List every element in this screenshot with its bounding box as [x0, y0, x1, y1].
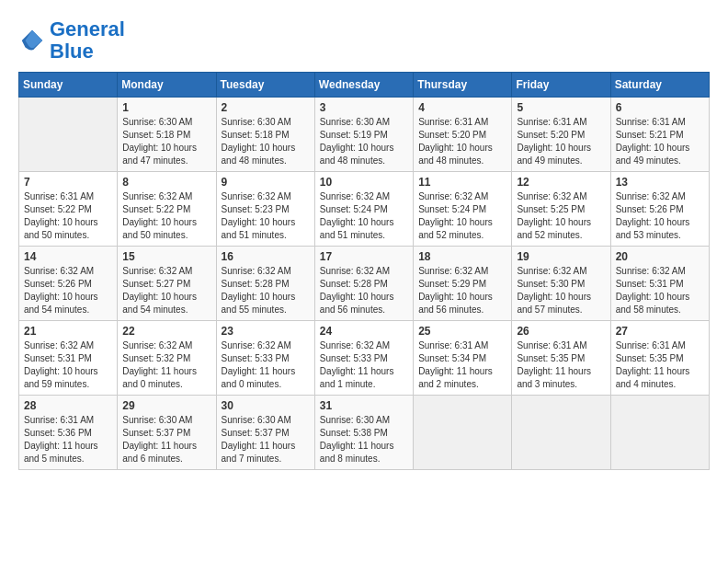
day-number: 10: [320, 176, 408, 189]
logo-icon: [18, 27, 46, 54]
day-info: Sunrise: 6:31 AM Sunset: 5:20 PM Dayligh…: [418, 116, 506, 167]
calendar-cell: 21 Sunrise: 6:32 AM Sunset: 5:31 PM Dayl…: [19, 321, 118, 396]
calendar-week-2: 7 Sunrise: 6:31 AM Sunset: 5:22 PM Dayli…: [19, 172, 710, 247]
calendar-cell: [414, 396, 512, 470]
weekday-header-friday: Friday: [512, 73, 610, 98]
day-info: Sunrise: 6:32 AM Sunset: 5:31 PM Dayligh…: [616, 265, 704, 316]
calendar-cell: 8 Sunrise: 6:32 AM Sunset: 5:22 PM Dayli…: [118, 172, 216, 247]
calendar-cell: 2 Sunrise: 6:30 AM Sunset: 5:18 PM Dayli…: [216, 98, 314, 172]
day-number: 2: [222, 101, 310, 114]
calendar-cell: [512, 396, 610, 470]
calendar-week-1: 1 Sunrise: 6:30 AM Sunset: 5:18 PM Dayli…: [19, 98, 710, 172]
calendar-cell: [19, 98, 118, 172]
day-number: 5: [517, 101, 605, 114]
day-number: 30: [222, 399, 310, 412]
day-info: Sunrise: 6:31 AM Sunset: 5:36 PM Dayligh…: [24, 414, 112, 465]
calendar-cell: 16 Sunrise: 6:32 AM Sunset: 5:28 PM Dayl…: [216, 247, 314, 321]
day-info: Sunrise: 6:32 AM Sunset: 5:27 PM Dayligh…: [122, 265, 210, 316]
calendar-cell: 18 Sunrise: 6:32 AM Sunset: 5:29 PM Dayl…: [414, 247, 512, 321]
day-info: Sunrise: 6:31 AM Sunset: 5:22 PM Dayligh…: [24, 190, 112, 242]
day-info: Sunrise: 6:32 AM Sunset: 5:29 PM Dayligh…: [418, 265, 506, 316]
day-info: Sunrise: 6:32 AM Sunset: 5:33 PM Dayligh…: [222, 339, 310, 391]
day-number: 12: [517, 176, 605, 189]
day-number: 8: [122, 176, 210, 189]
day-number: 14: [24, 250, 112, 263]
calendar-cell: 19 Sunrise: 6:32 AM Sunset: 5:30 PM Dayl…: [512, 247, 610, 321]
day-info: Sunrise: 6:30 AM Sunset: 5:38 PM Dayligh…: [320, 414, 408, 465]
calendar-cell: 29 Sunrise: 6:30 AM Sunset: 5:37 PM Dayl…: [118, 396, 216, 470]
day-info: Sunrise: 6:30 AM Sunset: 5:37 PM Dayligh…: [222, 414, 310, 465]
calendar-week-3: 14 Sunrise: 6:32 AM Sunset: 5:26 PM Dayl…: [19, 247, 710, 321]
day-info: Sunrise: 6:30 AM Sunset: 5:19 PM Dayligh…: [320, 116, 408, 167]
day-info: Sunrise: 6:32 AM Sunset: 5:24 PM Dayligh…: [320, 190, 408, 242]
day-number: 20: [616, 250, 704, 263]
day-number: 3: [320, 101, 408, 114]
day-info: Sunrise: 6:32 AM Sunset: 5:33 PM Dayligh…: [320, 339, 408, 391]
day-number: 21: [24, 325, 112, 338]
day-number: 31: [320, 399, 408, 412]
calendar-cell: 30 Sunrise: 6:30 AM Sunset: 5:37 PM Dayl…: [216, 396, 314, 470]
calendar-week-5: 28 Sunrise: 6:31 AM Sunset: 5:36 PM Dayl…: [19, 396, 710, 470]
weekday-header-sunday: Sunday: [19, 73, 118, 98]
calendar-cell: 27 Sunrise: 6:31 AM Sunset: 5:35 PM Dayl…: [610, 321, 709, 396]
day-info: Sunrise: 6:32 AM Sunset: 5:30 PM Dayligh…: [517, 265, 605, 316]
day-number: 23: [222, 325, 310, 338]
calendar-cell: 11 Sunrise: 6:32 AM Sunset: 5:24 PM Dayl…: [414, 172, 512, 247]
day-info: Sunrise: 6:32 AM Sunset: 5:32 PM Dayligh…: [122, 339, 210, 391]
day-info: Sunrise: 6:30 AM Sunset: 5:37 PM Dayligh…: [122, 414, 210, 465]
day-info: Sunrise: 6:32 AM Sunset: 5:28 PM Dayligh…: [222, 265, 310, 316]
calendar-cell: 28 Sunrise: 6:31 AM Sunset: 5:36 PM Dayl…: [19, 396, 118, 470]
day-info: Sunrise: 6:31 AM Sunset: 5:34 PM Dayligh…: [418, 339, 506, 391]
day-number: 15: [122, 250, 210, 263]
calendar-cell: 4 Sunrise: 6:31 AM Sunset: 5:20 PM Dayli…: [414, 98, 512, 172]
calendar-cell: 5 Sunrise: 6:31 AM Sunset: 5:20 PM Dayli…: [512, 98, 610, 172]
day-number: 18: [418, 250, 506, 263]
day-info: Sunrise: 6:30 AM Sunset: 5:18 PM Dayligh…: [122, 116, 210, 167]
calendar-cell: 6 Sunrise: 6:31 AM Sunset: 5:21 PM Dayli…: [610, 98, 709, 172]
calendar-cell: 14 Sunrise: 6:32 AM Sunset: 5:26 PM Dayl…: [19, 247, 118, 321]
weekday-header-tuesday: Tuesday: [216, 73, 314, 98]
calendar-cell: 3 Sunrise: 6:30 AM Sunset: 5:19 PM Dayli…: [314, 98, 413, 172]
calendar-cell: 9 Sunrise: 6:32 AM Sunset: 5:23 PM Dayli…: [216, 172, 314, 247]
weekday-header-wednesday: Wednesday: [314, 73, 413, 98]
day-info: Sunrise: 6:32 AM Sunset: 5:23 PM Dayligh…: [222, 190, 310, 242]
day-info: Sunrise: 6:31 AM Sunset: 5:21 PM Dayligh…: [616, 116, 704, 167]
weekday-header-monday: Monday: [118, 73, 216, 98]
day-number: 6: [616, 101, 704, 114]
calendar-cell: 20 Sunrise: 6:32 AM Sunset: 5:31 PM Dayl…: [610, 247, 709, 321]
calendar-cell: 12 Sunrise: 6:32 AM Sunset: 5:25 PM Dayl…: [512, 172, 610, 247]
day-number: 16: [222, 250, 310, 263]
logo-text: General Blue: [50, 18, 125, 63]
weekday-header-saturday: Saturday: [610, 73, 709, 98]
calendar-week-4: 21 Sunrise: 6:32 AM Sunset: 5:31 PM Dayl…: [19, 321, 710, 396]
calendar-body: 1 Sunrise: 6:30 AM Sunset: 5:18 PM Dayli…: [19, 98, 710, 470]
day-info: Sunrise: 6:32 AM Sunset: 5:26 PM Dayligh…: [616, 190, 704, 242]
calendar-cell: 17 Sunrise: 6:32 AM Sunset: 5:28 PM Dayl…: [314, 247, 413, 321]
day-number: 28: [24, 399, 112, 412]
day-number: 13: [616, 176, 704, 189]
day-info: Sunrise: 6:31 AM Sunset: 5:35 PM Dayligh…: [616, 339, 704, 391]
day-info: Sunrise: 6:30 AM Sunset: 5:18 PM Dayligh…: [222, 116, 310, 167]
logo: General Blue: [18, 18, 125, 63]
calendar-cell: [610, 396, 709, 470]
day-number: 26: [517, 325, 605, 338]
weekday-header-row: SundayMondayTuesdayWednesdayThursdayFrid…: [19, 73, 710, 98]
day-number: 9: [222, 176, 310, 189]
day-info: Sunrise: 6:32 AM Sunset: 5:25 PM Dayligh…: [517, 190, 605, 242]
day-number: 27: [616, 325, 704, 338]
weekday-header-thursday: Thursday: [414, 73, 512, 98]
day-info: Sunrise: 6:31 AM Sunset: 5:35 PM Dayligh…: [517, 339, 605, 391]
day-number: 22: [122, 325, 210, 338]
calendar-cell: 7 Sunrise: 6:31 AM Sunset: 5:22 PM Dayli…: [19, 172, 118, 247]
calendar-cell: 13 Sunrise: 6:32 AM Sunset: 5:26 PM Dayl…: [610, 172, 709, 247]
calendar-cell: 22 Sunrise: 6:32 AM Sunset: 5:32 PM Dayl…: [118, 321, 216, 396]
calendar-cell: 31 Sunrise: 6:30 AM Sunset: 5:38 PM Dayl…: [314, 396, 413, 470]
day-number: 1: [122, 101, 210, 114]
day-info: Sunrise: 6:32 AM Sunset: 5:31 PM Dayligh…: [24, 339, 112, 391]
calendar-cell: 15 Sunrise: 6:32 AM Sunset: 5:27 PM Dayl…: [118, 247, 216, 321]
calendar-header: SundayMondayTuesdayWednesdayThursdayFrid…: [19, 73, 710, 98]
calendar-cell: 23 Sunrise: 6:32 AM Sunset: 5:33 PM Dayl…: [216, 321, 314, 396]
day-number: 19: [517, 250, 605, 263]
day-info: Sunrise: 6:32 AM Sunset: 5:28 PM Dayligh…: [320, 265, 408, 316]
page-header: General Blue: [18, 18, 710, 63]
